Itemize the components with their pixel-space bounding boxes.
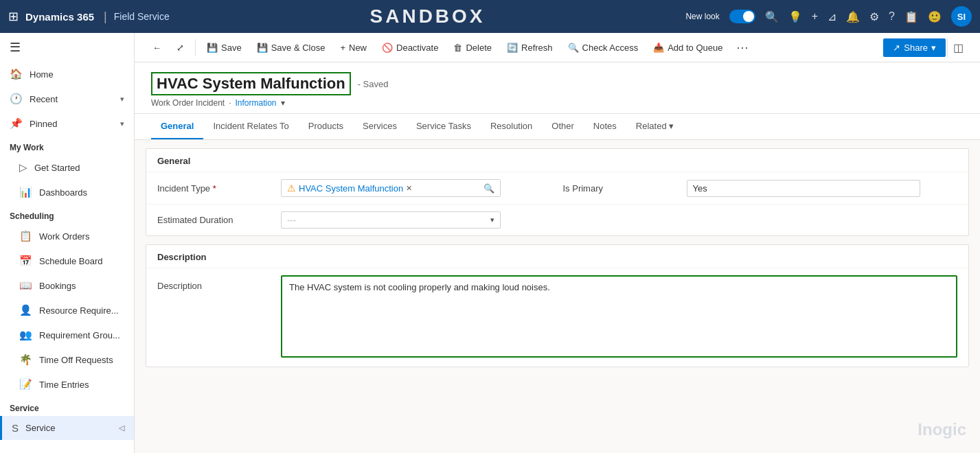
brand-name[interactable]: Dynamics 365 — [25, 11, 94, 23]
incident-type-col: Incident Type ⚠ HVAC System Malfunction … — [157, 179, 552, 197]
save-button[interactable]: 💾 Save — [200, 38, 249, 57]
add-icon[interactable]: + — [812, 10, 818, 23]
description-section: Description Description — [146, 244, 969, 367]
deactivate-label: Deactivate — [396, 43, 438, 53]
share-label: Share — [904, 43, 928, 53]
sidebar-item-schedule-board[interactable]: 📅 Schedule Board — [0, 248, 134, 273]
help-icon[interactable]: ? — [889, 10, 895, 23]
cmd-separator-1 — [195, 39, 196, 56]
tab-general[interactable]: General — [151, 114, 203, 139]
bookings-icon: 📖 — [19, 279, 32, 292]
tab-services[interactable]: Services — [353, 114, 407, 139]
tab-related[interactable]: Related ▾ — [626, 114, 683, 139]
filter-icon[interactable]: ⊿ — [828, 10, 836, 23]
sidebar-item-work-orders[interactable]: 📋 Work Orders — [0, 224, 134, 248]
sidebar-item-time-entries[interactable]: 📝 Time Entries — [0, 372, 134, 397]
general-section: General Incident Type ⚠ HVAC System Malf… — [146, 148, 969, 236]
incident-type-field[interactable]: ⚠ HVAC System Malfunction ✕ 🔍 — [281, 179, 501, 197]
is-primary-value: Yes — [687, 180, 920, 197]
description-row: Description — [146, 268, 968, 367]
new-look-label: New look — [685, 12, 719, 21]
right-panel-icon[interactable]: ◫ — [947, 38, 969, 57]
incident-type-search-icon[interactable]: 🔍 — [483, 183, 494, 194]
tab-resolution[interactable]: Resolution — [481, 114, 542, 139]
incident-type-remove-icon[interactable]: ✕ — [406, 184, 412, 193]
related-tab-chevron-icon: ▾ — [669, 121, 674, 131]
estimated-duration-field[interactable]: --- ▾ — [281, 211, 501, 229]
record-subtitle-info-link[interactable]: Information — [236, 98, 277, 108]
get-started-icon: ▷ — [19, 161, 27, 174]
recent-chevron-icon: ▾ — [120, 95, 124, 104]
search-icon[interactable]: 🔍 — [765, 10, 779, 23]
estimated-duration-value-area: --- ▾ — [281, 211, 558, 229]
sidebar-item-resource-requirements[interactable]: 👤 Resource Require... — [0, 298, 134, 323]
module-name[interactable]: Field Service — [114, 11, 170, 22]
avatar[interactable]: SI — [951, 6, 972, 27]
sidebar-item-recent[interactable]: 🕐 Recent ▾ — [0, 86, 134, 111]
save-close-button[interactable]: 💾 Save & Close — [250, 38, 332, 57]
incident-type-value-area: ⚠ HVAC System Malfunction ✕ 🔍 — [281, 179, 552, 197]
record-subtitle-chevron-icon[interactable]: ▾ — [281, 98, 285, 108]
tab-incident-relates-to[interactable]: Incident Relates To — [203, 114, 298, 139]
sidebar-item-service[interactable]: S Service ◁ — [0, 416, 134, 440]
sidebar-service-label: Service — [25, 423, 55, 433]
user-smiley-icon[interactable]: 🙂 — [928, 10, 942, 23]
sidebar-req-groups-label: Requirement Grou... — [39, 330, 120, 340]
general-section-title: General — [146, 149, 968, 172]
record-subtitle-dot: · — [229, 98, 231, 108]
schedule-board-icon: 📅 — [19, 255, 32, 267]
settings-icon[interactable]: ⚙ — [869, 10, 879, 23]
related-tab-label: Related — [636, 121, 667, 131]
add-to-queue-button[interactable]: 📥 Add to Queue — [646, 38, 729, 57]
tab-service-tasks[interactable]: Service Tasks — [407, 114, 481, 139]
top-navigation: ⊞ Dynamics 365 | Field Service SANDBOX N… — [0, 0, 980, 33]
check-access-label: Check Access — [582, 43, 639, 53]
refresh-button[interactable]: 🔄 Refresh — [500, 38, 560, 57]
check-access-icon: 🔍 — [568, 43, 579, 53]
app-grid-icon[interactable]: ⊞ — [8, 9, 19, 24]
feedback-icon[interactable]: 📋 — [904, 10, 918, 23]
sidebar-schedule-board-label: Schedule Board — [39, 256, 103, 266]
deactivate-button[interactable]: 🚫 Deactivate — [375, 38, 445, 57]
new-button[interactable]: + New — [333, 38, 374, 57]
more-options-button[interactable]: ⋯ — [731, 37, 754, 58]
add-to-queue-icon: 📥 — [653, 43, 664, 53]
lightbulb-icon[interactable]: 💡 — [788, 10, 802, 23]
expand-button[interactable]: ⤢ — [170, 38, 191, 57]
sidebar-resource-req-label: Resource Require... — [39, 305, 119, 316]
sidebar-item-pinned[interactable]: 📌 Pinned ▾ — [0, 111, 134, 136]
command-bar: ← ⤢ 💾 Save 💾 Save & Close + New 🚫 Deacti… — [135, 33, 980, 62]
tab-other[interactable]: Other — [542, 114, 584, 139]
sidebar-item-dashboards[interactable]: 📊 Dashboards — [0, 180, 134, 205]
estimated-duration-col: Estimated Duration --- ▾ — [157, 211, 558, 229]
share-button[interactable]: ↗ Share ▾ — [883, 38, 946, 57]
sidebar-dashboards-label: Dashboards — [39, 187, 87, 198]
record-header: HVAC System Malfunction - Saved Work Ord… — [135, 62, 980, 114]
sidebar-item-get-started[interactable]: ▷ Get Started — [0, 155, 134, 180]
check-access-button[interactable]: 🔍 Check Access — [561, 38, 646, 57]
bell-icon[interactable]: 🔔 — [846, 10, 860, 23]
sidebar-item-bookings[interactable]: 📖 Bookings — [0, 273, 134, 298]
time-off-icon: 🌴 — [19, 353, 32, 366]
record-saved-status: - Saved — [358, 79, 389, 89]
sidebar-item-home[interactable]: 🏠 Home — [0, 62, 134, 86]
save-label: Save — [221, 43, 242, 53]
new-look-toggle[interactable] — [729, 10, 755, 23]
back-button[interactable]: ← — [146, 38, 168, 57]
description-section-title: Description — [146, 245, 968, 268]
is-primary-label: Is Primary — [563, 183, 687, 194]
sidebar-item-requirement-groups[interactable]: 👥 Requirement Grou... — [0, 323, 134, 347]
sidebar-item-time-off-requests[interactable]: 🌴 Time Off Requests — [0, 347, 134, 372]
sidebar-hamburger-icon[interactable]: ☰ — [0, 33, 134, 62]
incident-type-is-primary-row: Incident Type ⚠ HVAC System Malfunction … — [146, 172, 968, 205]
warning-icon: ⚠ — [287, 183, 296, 194]
recent-icon: 🕐 — [10, 93, 23, 105]
sidebar: ☰ 🏠 Home 🕐 Recent ▾ 📌 Pinned ▾ My Work ▷… — [0, 33, 135, 453]
tab-products[interactable]: Products — [299, 114, 353, 139]
form-content: General Incident Type ⚠ HVAC System Malf… — [135, 140, 980, 453]
sidebar-recent-label: Recent — [30, 94, 58, 104]
description-textarea[interactable] — [281, 275, 957, 358]
delete-button[interactable]: 🗑 Delete — [446, 38, 499, 57]
tab-notes[interactable]: Notes — [584, 114, 626, 139]
is-primary-col: Is Primary Yes — [552, 180, 958, 197]
